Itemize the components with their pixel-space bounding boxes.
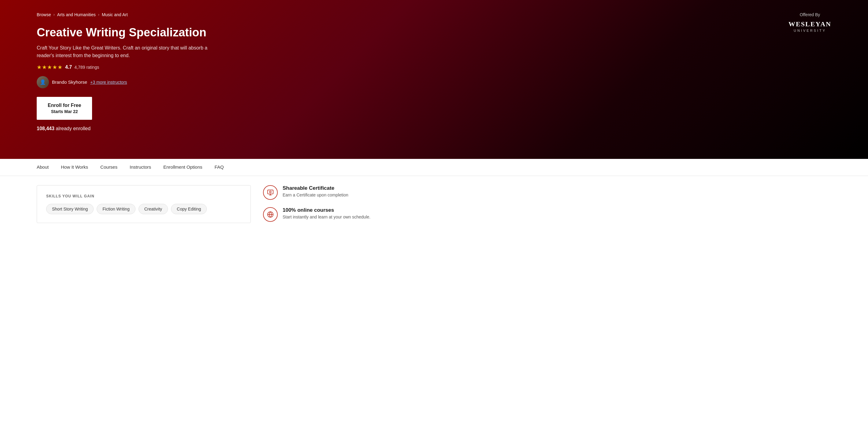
svg-rect-0 xyxy=(268,190,273,194)
skill-tag-copy-editing[interactable]: Copy Editing xyxy=(171,204,207,214)
university-name: WESLEYAN xyxy=(788,20,831,28)
nav-how-it-works[interactable]: How It Works xyxy=(55,159,94,176)
hero-content: Creative Writing Specialization Craft Yo… xyxy=(37,26,245,131)
globe-icon xyxy=(263,207,278,222)
certificate-icon xyxy=(263,185,278,200)
skills-tags: Short Story Writing Fiction Writing Crea… xyxy=(46,204,241,214)
enroll-button[interactable]: Enroll for Free Starts Mar 22 xyxy=(37,97,92,120)
course-subtitle: Craft Your Story Like the Great Writers.… xyxy=(37,44,214,60)
enroll-label: Enroll for Free xyxy=(48,102,81,109)
instructor-row: 👤 Brando Skyhorse +3 more instructors xyxy=(37,76,245,88)
rating-number: 4.7 xyxy=(65,65,72,70)
svg-point-1 xyxy=(270,191,271,193)
rating-row: ★★★★★ 4.7 4,789 ratings xyxy=(37,64,245,71)
sidebar-info: Shareable Certificate Earn a Certificate… xyxy=(263,185,370,222)
nav-faq[interactable]: FAQ xyxy=(209,159,230,176)
nav-bar: About How It Works Courses Instructors E… xyxy=(0,159,868,176)
skill-tag-short-story[interactable]: Short Story Writing xyxy=(46,204,94,214)
hero-section: Browse › Arts and Humanities › Music and… xyxy=(0,0,868,159)
breadcrumb-browse[interactable]: Browse xyxy=(37,12,51,17)
skill-tag-creativity[interactable]: Creativity xyxy=(138,204,168,214)
breadcrumb-sep-2: › xyxy=(98,12,99,17)
instructor-more-link[interactable]: +3 more instructors xyxy=(90,80,127,84)
certificate-sub: Earn a Certificate upon completion xyxy=(283,193,348,197)
certificate-title: Shareable Certificate xyxy=(283,185,348,191)
breadcrumb-music[interactable]: Music and Art xyxy=(102,12,128,17)
certificate-info: Shareable Certificate Earn a Certificate… xyxy=(263,185,370,200)
certificate-text: Shareable Certificate Earn a Certificate… xyxy=(283,185,348,197)
avatar: 👤 xyxy=(37,76,49,88)
enrolled-count: 108,443 already enrolled xyxy=(37,126,245,131)
offered-by-label: Offered By xyxy=(788,12,831,17)
nav-about[interactable]: About xyxy=(37,159,55,176)
enrolled-suffix: already enrolled xyxy=(55,126,91,131)
breadcrumb-arts[interactable]: Arts and Humanities xyxy=(57,12,96,17)
course-title: Creative Writing Specialization xyxy=(37,26,245,40)
online-info: 100% online courses Start instantly and … xyxy=(263,207,370,222)
instructor-name: Brando Skyhorse xyxy=(52,79,87,84)
offered-by-panel: Offered By WESLEYAN UNIVERSITY xyxy=(788,12,831,32)
enrolled-number: 108,443 xyxy=(37,126,55,131)
skills-label: SKILLS YOU WILL GAIN xyxy=(46,194,241,198)
enroll-start-date: Starts Mar 22 xyxy=(48,109,81,114)
online-sub: Start instantly and learn at your own sc… xyxy=(283,214,370,219)
star-icons: ★★★★★ xyxy=(37,64,63,71)
nav-enrollment-options[interactable]: Enrollment Options xyxy=(157,159,209,176)
skill-tag-fiction[interactable]: Fiction Writing xyxy=(97,204,135,214)
nav-instructors[interactable]: Instructors xyxy=(124,159,157,176)
online-text: 100% online courses Start instantly and … xyxy=(283,207,370,219)
main-content: SKILLS YOU WILL GAIN Short Story Writing… xyxy=(0,176,868,232)
online-title: 100% online courses xyxy=(283,207,370,213)
rating-count: 4,789 ratings xyxy=(74,65,99,70)
university-sub: UNIVERSITY xyxy=(788,29,831,32)
skills-card: SKILLS YOU WILL GAIN Short Story Writing… xyxy=(37,185,251,223)
nav-courses[interactable]: Courses xyxy=(94,159,124,176)
breadcrumb-sep-1: › xyxy=(54,12,55,17)
breadcrumb: Browse › Arts and Humanities › Music and… xyxy=(37,12,831,17)
